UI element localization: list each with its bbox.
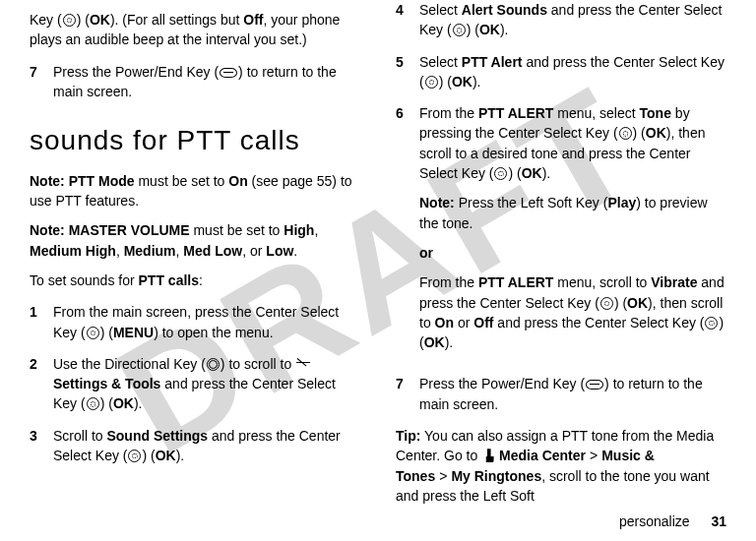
step-number: 7 <box>30 62 53 102</box>
on-label: On <box>435 315 454 331</box>
note-label: Note: <box>30 222 65 238</box>
page-footer: personalize 31 <box>619 513 726 529</box>
alt-vibrate: From the PTT ALERT menu, scroll to Vibra… <box>419 272 726 352</box>
step-body: Select Alert Sounds and press the Center… <box>419 0 726 40</box>
note-play: Note: Press the Left Soft Key (Play) to … <box>419 193 726 233</box>
step-5: 5 Select PTT Alert and press the Center … <box>396 52 726 92</box>
tip-label: Tip: <box>396 428 420 444</box>
step-body: Use the Directional Key () to scroll to … <box>53 354 360 414</box>
center-select-icon <box>425 76 438 89</box>
ptt-alert-menu-label: PTT ALERT <box>478 105 553 121</box>
or-label: or <box>419 243 726 263</box>
directional-key-icon <box>207 358 220 371</box>
ok-label: OK <box>90 12 110 28</box>
step-number: 7 <box>396 374 419 414</box>
step-number: 1 <box>30 302 53 342</box>
center-select-icon <box>453 24 466 36</box>
center-select-icon <box>705 317 718 330</box>
ptt-mode-label: PTT Mode <box>69 173 135 189</box>
off-label: Off <box>473 315 493 331</box>
step-7: 7 Press the Power/End Key () to return t… <box>30 62 360 102</box>
tip-paragraph: Tip: You can also assign a PTT tone from… <box>396 426 726 506</box>
center-select-icon <box>600 297 613 310</box>
ok-label: OK <box>479 22 500 37</box>
center-select-icon <box>128 450 141 462</box>
ok-label: OK <box>522 165 542 181</box>
step-7: 7 Press the Power/End Key () to return t… <box>396 374 726 414</box>
power-end-icon <box>586 380 603 390</box>
on-label: On <box>228 173 247 189</box>
step-body: Select PTT Alert and press the Center Se… <box>419 52 726 92</box>
step-body: Scroll to Sound Settings and press the C… <box>53 426 360 466</box>
ptt-calls-label: PTT calls <box>139 272 199 288</box>
ok-label: OK <box>156 448 176 463</box>
note-master-volume: Note: MASTER VOLUME must be set to High,… <box>30 220 360 261</box>
cont-paragraph: Key () (OK). (For all settings but Off, … <box>30 10 360 50</box>
alert-sounds-label: Alert Sounds <box>462 2 547 18</box>
play-label: Play <box>607 195 636 210</box>
ok-label: OK <box>646 125 666 141</box>
step-number: 5 <box>396 52 419 92</box>
master-volume-label: MASTER VOLUME <box>69 222 190 238</box>
step-6: 6 From the PTT ALERT menu, select Tone b… <box>396 103 726 362</box>
columns: Key () (OK). (For all settings but Off, … <box>30 0 726 502</box>
center-select-icon <box>494 167 507 180</box>
step-1: 1 From the main screen, press the Center… <box>30 302 360 342</box>
note-ptt-mode: Note: PTT Mode must be set to On (see pa… <box>30 171 360 211</box>
vibrate-label: Vibrate <box>651 274 697 290</box>
footer-section: personalize <box>619 513 690 529</box>
ok-label: OK <box>452 74 472 90</box>
step-number: 2 <box>30 354 53 414</box>
my-ringtones-label: My Ringtones <box>451 468 541 484</box>
ok-label: OK <box>424 334 445 350</box>
settings-tools-icon <box>296 358 310 371</box>
center-select-icon <box>87 397 99 410</box>
ptt-alert-menu-label: PTT ALERT <box>478 274 553 290</box>
media-center-label: Media Center <box>499 448 586 463</box>
settings-tools-label: Settings & Tools <box>53 376 160 391</box>
ok-label: OK <box>113 395 134 411</box>
media-center-icon <box>482 449 494 462</box>
ok-label: OK <box>627 295 648 311</box>
step-4: 4 Select Alert Sounds and press the Cent… <box>396 0 726 40</box>
power-end-icon <box>220 68 237 78</box>
intro-line: To set sounds for PTT calls: <box>30 270 360 290</box>
sound-settings-label: Sound Settings <box>106 428 208 444</box>
step-body: From the main screen, press the Center S… <box>53 302 360 342</box>
note-label: Note: <box>30 173 65 189</box>
page: DRAFT Key () (OK). (For all settings but… <box>0 0 756 541</box>
center-select-icon <box>87 327 99 339</box>
menu-label: MENU <box>113 325 154 340</box>
ptt-alert-label: PTT Alert <box>462 54 523 70</box>
step-body: Press the Power/End Key () to return to … <box>53 62 360 102</box>
center-select-icon <box>63 14 76 27</box>
right-column: 4 Select Alert Sounds and press the Cent… <box>396 0 726 502</box>
step-number: 4 <box>396 0 419 40</box>
left-column: Key () (OK). (For all settings but Off, … <box>30 0 360 502</box>
step-2: 2 Use the Directional Key () to scroll t… <box>30 354 360 414</box>
step-number: 6 <box>396 103 419 362</box>
off-label: Off <box>243 12 263 28</box>
step-3: 3 Scroll to Sound Settings and press the… <box>30 426 360 466</box>
section-heading: sounds for PTT calls <box>30 121 360 161</box>
page-number: 31 <box>711 513 726 529</box>
step-number: 3 <box>30 426 53 466</box>
note-label: Note: <box>419 195 455 210</box>
center-select-icon <box>619 127 632 140</box>
step-body: From the PTT ALERT menu, select Tone by … <box>419 103 726 362</box>
step-body: Press the Power/End Key () to return to … <box>419 374 726 414</box>
tone-label: Tone <box>640 105 671 121</box>
